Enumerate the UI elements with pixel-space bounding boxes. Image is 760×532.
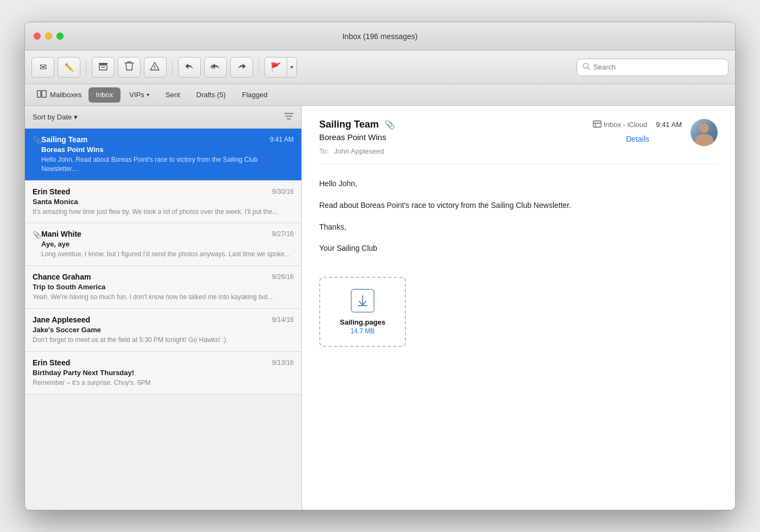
tab-sent-label: Sent: [166, 91, 180, 99]
message-item[interactable]: Jane Appleseed 9/14/16 Jake's Soccer Gam…: [25, 309, 301, 352]
maximize-button[interactable]: [56, 33, 64, 40]
message-header-row: Sailing Team 9:41 AM: [41, 135, 294, 144]
close-button[interactable]: [34, 33, 41, 40]
minimize-button[interactable]: [45, 33, 52, 40]
reply-all-button[interactable]: [204, 57, 227, 78]
message-subject: Jake's Soccer Game: [33, 326, 294, 334]
toolbar: ✉ ✏️: [25, 50, 735, 84]
flag-dropdown-button[interactable]: ▾: [287, 57, 297, 78]
mailboxes-button[interactable]: Mailboxes: [31, 88, 87, 102]
message-preview: Hello John, Read about Boreas Point's ra…: [41, 155, 294, 174]
main-content: Sort by Date ▾ 📎 Sailing Team: [25, 106, 735, 510]
email-to-row: To: John Appleseed: [319, 147, 682, 155]
email-header-main: Sailing Team 📎: [319, 119, 682, 155]
svg-point-2: [154, 68, 155, 69]
filter-icon: [284, 112, 294, 120]
avatar: [691, 119, 718, 146]
reply-button[interactable]: [178, 57, 201, 78]
tab-drafts[interactable]: Drafts (5): [189, 87, 233, 103]
tab-vips-label: VIPs: [129, 91, 144, 99]
tab-inbox[interactable]: Inbox: [88, 87, 121, 103]
message-subject: Santa Monica: [33, 198, 294, 206]
vips-chevron-icon: ▾: [147, 92, 149, 98]
tab-inbox-label: Inbox: [96, 91, 113, 99]
message-header-row: Mani White 9/27/16: [41, 230, 294, 238]
archive-button[interactable]: [92, 57, 115, 78]
message-time: 9/27/16: [272, 230, 294, 238]
email-subject: Boreas Point Wins: [319, 132, 386, 142]
tab-sent[interactable]: Sent: [158, 87, 188, 103]
body-line-4: Your Sailing Club: [319, 242, 718, 255]
svg-rect-9: [593, 121, 601, 127]
delete-button[interactable]: [118, 57, 141, 78]
message-item[interactable]: Erin Steed 9/13/16 Birthday Party Next T…: [25, 352, 301, 395]
message-subject: Birthday Party Next Thursday!: [33, 369, 294, 377]
junk-icon: [150, 61, 161, 73]
inbox-label-text: Inbox - iCloud: [604, 121, 647, 129]
email-time: 9:41 AM: [656, 121, 682, 129]
svg-rect-4: [37, 91, 41, 98]
flag-icon: 🚩: [270, 62, 281, 72]
message-sender: Erin Steed: [33, 358, 70, 367]
trash-icon: [124, 61, 134, 74]
download-icon: [351, 289, 375, 313]
message-preview: Yeah. We're having so much fun. I don't …: [33, 293, 294, 302]
body-line-1: Hello John,: [319, 178, 718, 191]
message-time: 9/26/16: [272, 273, 294, 281]
email-body: Hello John, Read about Boreas Point's ra…: [319, 178, 718, 264]
junk-button[interactable]: [144, 57, 167, 78]
message-item[interactable]: Chance Graham 9/26/16 Trip to South Amer…: [25, 266, 301, 309]
email-from-name: Sailing Team: [319, 119, 379, 130]
body-line-2: Read about Boreas Point's race to victor…: [319, 199, 718, 212]
message-items: 📎 Sailing Team 9:41 AM Boreas Point Wins…: [25, 129, 301, 510]
message-header-row: Chance Graham 9/26/16: [33, 273, 294, 281]
new-message-button[interactable]: ✉: [31, 57, 54, 78]
reply-icon: [184, 61, 195, 73]
forward-button[interactable]: [230, 57, 253, 78]
search-bar[interactable]: [577, 59, 729, 76]
attachment-container[interactable]: Sailing.pages 14.7 MB: [319, 277, 406, 347]
email-inbox-label: Inbox - iCloud: [593, 121, 647, 129]
message-time: 9/14/16: [272, 316, 294, 324]
message-preview: Don't forget to meet us at the field at …: [33, 335, 294, 345]
message-header-row: Erin Steed 9/13/16: [33, 358, 294, 367]
email-from-row: Sailing Team 📎: [319, 119, 682, 130]
tab-vips[interactable]: VIPs ▾: [122, 87, 156, 103]
to-label: To:: [319, 147, 328, 155]
message-item[interactable]: Erin Steed 9/30/16 Santa Monica It's ama…: [25, 181, 301, 224]
sidebar-icon: [37, 90, 47, 99]
filter-button[interactable]: [284, 112, 294, 122]
window-title: Inbox (196 messages): [343, 32, 418, 41]
sort-chevron-icon: ▾: [74, 113, 78, 121]
archive-icon: [98, 61, 109, 74]
separator-2: [172, 59, 173, 75]
compose-button[interactable]: ✏️: [58, 57, 80, 78]
sort-button[interactable]: Sort by Date ▾: [33, 113, 78, 121]
message-list: Sort by Date ▾ 📎 Sailing Team: [25, 106, 302, 510]
sort-label: Sort by Date: [33, 113, 72, 121]
message-header-row: Jane Appleseed 9/14/16: [33, 315, 294, 324]
separator-1: [86, 59, 86, 75]
inbox-folder-icon: [593, 121, 601, 129]
title-bar: Inbox (196 messages): [25, 22, 735, 50]
flag-dropdown-chevron-icon: ▾: [290, 64, 293, 70]
message-preview: It's amazing how time just flew by. We t…: [33, 207, 294, 217]
tab-flagged[interactable]: Flagged: [235, 87, 275, 103]
message-subject: Trip to South America: [33, 283, 294, 291]
compose-icon: ✏️: [65, 63, 74, 72]
message-preview: Remember – it's a surprise. Chuy's. 6PM: [33, 378, 294, 388]
svg-rect-0: [99, 63, 107, 65]
message-sender: Erin Steed: [33, 187, 70, 196]
search-input[interactable]: [593, 63, 723, 71]
message-subject: Aye, aye: [41, 240, 294, 248]
mailboxes-label: Mailboxes: [50, 91, 82, 99]
message-preview: Long overdue, I know, but I figured I'd …: [41, 250, 294, 259]
message-item[interactable]: 📎 Sailing Team 9:41 AM Boreas Point Wins…: [25, 129, 301, 181]
details-link[interactable]: Details: [626, 135, 682, 143]
attachment-clip-icon: 📎: [33, 231, 41, 239]
flag-button[interactable]: 🚩: [264, 57, 287, 78]
message-item[interactable]: 📎 Mani White 9/27/16 Aye, aye Long overd…: [25, 223, 301, 266]
svg-rect-5: [42, 91, 46, 98]
message-sender: Jane Appleseed: [33, 315, 90, 324]
reply-all-icon: [210, 61, 221, 73]
